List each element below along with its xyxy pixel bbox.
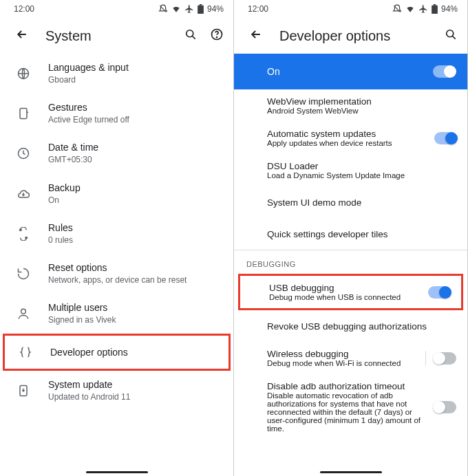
status-time: 12:00 [14, 4, 34, 14]
battery-icon [198, 4, 204, 14]
airplane-icon [184, 4, 194, 14]
row-title: Gestures [48, 102, 221, 113]
status-bar: 12:00 94% [234, 0, 467, 18]
row-subtitle: Android System WebView [267, 107, 449, 115]
svg-rect-0 [198, 6, 204, 14]
search-button[interactable] [184, 28, 198, 44]
settings-row-reset[interactable]: Reset optionsNetwork, apps, or device ca… [0, 254, 233, 294]
wifi-icon [405, 4, 415, 14]
settings-row-users[interactable]: Multiple usersSigned in as Vivek [0, 294, 233, 334]
wifi-icon [171, 4, 181, 14]
row-title: Rules [48, 222, 221, 233]
toggle-switch[interactable] [434, 401, 456, 413]
app-bar: Developer options [234, 18, 467, 54]
dev-row-quick-settings-developer-tiles[interactable]: Quick settings developer tiles [234, 218, 467, 250]
search-button[interactable] [444, 28, 458, 44]
dnd-icon [158, 4, 168, 14]
row-title: Multiple users [48, 302, 221, 313]
master-toggle-label: On [267, 66, 433, 77]
braces-icon [17, 344, 34, 360]
row-title: Reset options [48, 262, 221, 273]
row-subtitle: Disable automatic revocation of adb auth… [267, 391, 427, 433]
help-button[interactable] [210, 28, 224, 44]
row-subtitle: Updated to Android 11 [48, 391, 221, 402]
settings-row-globe[interactable]: Languages & inputGboard [0, 54, 233, 94]
back-button[interactable] [249, 28, 263, 44]
row-title: Wireless debugging [267, 349, 418, 359]
section-header-debugging: DEBUGGING [234, 250, 467, 274]
dev-row-system-ui-demo-mode[interactable]: System UI demo mode [234, 186, 467, 218]
row-title: USB debugging [269, 283, 421, 293]
dev-row-disable-adb-authorization-timeout[interactable]: Disable adb authorization timeoutDisable… [234, 374, 467, 440]
svg-point-10 [21, 310, 26, 314]
row-title: Automatic system updates [267, 129, 427, 139]
battery-pct: 94% [207, 4, 224, 14]
row-subtitle: 0 rules [48, 235, 221, 246]
toggle-switch[interactable] [434, 132, 456, 144]
dev-row-revoke-usb-debugging-authorizations[interactable]: Revoke USB debugging authorizations [234, 310, 467, 342]
row-subtitle: Network, apps, or device can be reset [48, 274, 221, 285]
nav-handle[interactable] [320, 471, 382, 473]
settings-row-cloud[interactable]: BackupOn [0, 174, 233, 214]
row-subtitle: Debug mode when USB is connected [269, 293, 421, 301]
settings-row-rules[interactable]: Rules0 rules [0, 214, 233, 254]
row-subtitle: On [48, 195, 221, 206]
row-title: Backup [48, 182, 221, 193]
dev-row-usb-debugging[interactable]: USB debuggingDebug mode when USB is conn… [238, 274, 463, 310]
app-bar: System [0, 18, 233, 54]
svg-rect-13 [434, 4, 436, 6]
reset-icon [15, 266, 32, 282]
battery-pct: 94% [441, 4, 458, 14]
rules-icon [15, 226, 32, 242]
row-title: System update [48, 379, 221, 390]
back-button[interactable] [15, 28, 29, 44]
phone-developer-options: 12:00 94% Developer options On WebView i… [234, 0, 468, 476]
row-title: Developer options [50, 347, 216, 358]
toggle-switch[interactable] [433, 65, 455, 78]
divider [425, 351, 426, 366]
status-icons: 94% [392, 4, 458, 14]
dev-row-webview-implementation[interactable]: WebView implementationAndroid System Web… [234, 89, 467, 122]
row-subtitle: Debug mode when Wi-Fi is connected [267, 359, 418, 367]
dnd-icon [392, 4, 402, 14]
svg-point-2 [187, 30, 193, 37]
row-subtitle: GMT+05:30 [48, 154, 221, 165]
nav-handle[interactable] [86, 471, 148, 473]
update-icon [15, 382, 32, 399]
row-subtitle: Signed in as Vivek [48, 314, 221, 325]
settings-list: Languages & inputGboardGesturesActive Ed… [0, 54, 233, 411]
row-title: Date & time [48, 142, 221, 153]
status-icons: 94% [158, 4, 224, 14]
settings-row-braces[interactable]: Developer options [3, 334, 231, 371]
row-title: Languages & input [48, 62, 221, 73]
row-subtitle: Apply updates when device restarts [267, 139, 427, 147]
svg-point-14 [447, 30, 454, 37]
phone-system: 12:00 94% System Languages & inputGboard… [0, 0, 234, 476]
toggle-switch[interactable] [434, 352, 456, 365]
row-subtitle: Load a Dynamic System Update Image [267, 171, 449, 180]
developer-options-master-toggle[interactable]: On [234, 54, 467, 89]
dev-row-wireless-debugging[interactable]: Wireless debuggingDebug mode when Wi-Fi … [234, 342, 467, 374]
row-title: Revoke USB debugging authorizations [267, 321, 449, 332]
dev-options-list-debugging: USB debuggingDebug mode when USB is conn… [234, 274, 467, 440]
row-subtitle: Active Edge turned off [48, 114, 221, 125]
gesture-icon [15, 105, 32, 122]
settings-row-gesture[interactable]: GesturesActive Edge turned off [0, 94, 233, 133]
dev-row-automatic-system-updates[interactable]: Automatic system updatesApply updates wh… [234, 122, 467, 154]
toggle-switch[interactable] [428, 286, 450, 299]
row-title: DSU Loader [267, 161, 449, 171]
settings-row-update[interactable]: System updateUpdated to Android 11 [0, 371, 233, 411]
settings-row-clock[interactable]: Date & timeGMT+05:30 [0, 133, 233, 173]
row-title: System UI demo mode [267, 197, 449, 208]
clock-icon [15, 145, 32, 162]
svg-rect-12 [432, 6, 438, 14]
dev-options-list-top: WebView implementationAndroid System Web… [234, 89, 467, 250]
airplane-icon [418, 4, 428, 14]
status-bar: 12:00 94% [0, 0, 233, 18]
page-title: Developer options [279, 28, 427, 44]
svg-point-8 [20, 229, 22, 231]
row-title: Disable adb authorization timeout [267, 381, 427, 391]
dev-row-dsu-loader[interactable]: DSU LoaderLoad a Dynamic System Update I… [234, 154, 467, 186]
users-icon [15, 305, 32, 322]
row-subtitle: Gboard [48, 74, 221, 85]
